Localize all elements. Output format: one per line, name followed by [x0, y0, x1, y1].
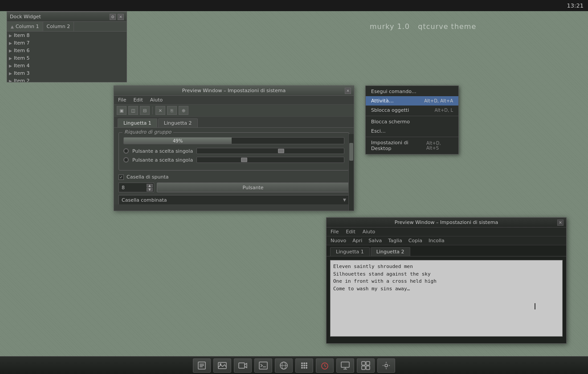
list-item[interactable]: ▶Item 5 [7, 54, 127, 62]
pw1-spinbox[interactable]: 8 ▲ ▼ [118, 183, 154, 192]
svg-point-20 [306, 367, 307, 369]
pw1-radio-2-label: Pulsante a scelta singola [132, 157, 193, 163]
pw1-group-box: Riquadro di gruppo 49% Pulsante a scelta… [118, 132, 349, 171]
ctx-exit[interactable]: Esci… [366, 126, 458, 136]
ctx-desktop-settings[interactable]: Impostazioni di Desktop Alt+D, Alt+S [366, 138, 458, 153]
pw1-content: Riquadro di gruppo 49% Pulsante a scelta… [114, 128, 354, 204]
pw2-menu-file[interactable]: File [329, 228, 340, 235]
svg-rect-7 [259, 362, 267, 369]
pw1-tab-2[interactable]: Linguetta 2 [158, 118, 198, 127]
context-menu: Esegui comando… Attività… Alt+D, Alt+A S… [365, 85, 459, 154]
svg-rect-6 [239, 363, 245, 368]
pw1-radio-1[interactable] [123, 148, 129, 154]
pw1-scrollbar[interactable] [348, 134, 354, 211]
svg-point-19 [303, 367, 305, 369]
svg-line-23 [325, 366, 326, 367]
apps-icon [299, 361, 309, 370]
taskbar-btn-3[interactable] [234, 358, 252, 373]
pw1-spinbox-btn-row: 8 ▲ ▼ Pulsante [118, 183, 349, 192]
taskbar-btn-10[interactable] [377, 358, 395, 373]
pw1-slider-handle-1 [278, 149, 284, 153]
pw2-tab-1[interactable]: Linguetta 1 [330, 247, 370, 256]
preview-window-1: Preview Window – Impostazioni di sistema… [114, 85, 354, 211]
pw1-toolbar: ▣ ◫ ⊟ ✕ ⎘ ⊕ [114, 105, 354, 117]
pw1-tool-4[interactable]: ✕ [155, 106, 165, 115]
taskbar-btn-7[interactable] [316, 358, 334, 373]
pw1-radio-row-2: Pulsante a scelta singola [123, 157, 344, 163]
dock-title: Dock Widget [10, 14, 41, 20]
svg-rect-28 [366, 362, 370, 365]
svg-rect-2 [200, 365, 204, 366]
pw1-scrollbar-thumb [349, 143, 353, 161]
dock-column2[interactable]: Column 2 [43, 22, 74, 31]
svg-point-17 [306, 365, 307, 366]
pw1-push-button[interactable]: Pulsante [157, 183, 349, 192]
pw1-tabs: Linguetta 1 Linguetta 2 [114, 117, 354, 128]
list-item[interactable]: ▶Item 2 [7, 77, 127, 82]
list-item[interactable]: ▶Item 7 [7, 39, 127, 47]
ctx-lock-screen[interactable]: Blocca schermo [366, 117, 458, 126]
pw1-tab-1[interactable]: Linguetta 1 [118, 118, 157, 127]
pw2-toolbar-apri[interactable]: Apri [351, 237, 363, 244]
pw2-menu-edit[interactable]: Edit [344, 228, 356, 235]
pw1-spinbox-arrows: ▲ ▼ [147, 184, 153, 191]
pw1-slider-1[interactable] [196, 148, 344, 154]
taskbar-btn-5[interactable] [275, 358, 293, 373]
pw2-toolbar-taglia[interactable]: Taglia [387, 237, 403, 244]
pw2-menubar: File Edit Aiuto [327, 228, 566, 236]
pw1-tool-2[interactable]: ◫ [128, 106, 138, 115]
top-bar: 13:21 [0, 0, 588, 11]
pw1-title: Preview Window – Impostazioni di sistema [182, 88, 286, 94]
list-item[interactable]: ▶Item 4 [7, 62, 127, 69]
ctx-activities[interactable]: Attività… Alt+D, Alt+A [366, 96, 458, 106]
list-item[interactable]: ▶Item 8 [7, 32, 127, 39]
pw2-text-content: Eleven saintly shrouded men Silhouettes … [331, 260, 562, 295]
pw2-text-area[interactable]: Eleven saintly shrouded men Silhouettes … [330, 260, 563, 337]
dock-close-btn[interactable]: ✕ [118, 14, 124, 20]
pw1-spinbox-up[interactable]: ▲ [147, 184, 153, 187]
pw1-radio-2[interactable] [123, 157, 129, 163]
pw1-tool-3[interactable]: ⊟ [140, 106, 150, 115]
taskbar-btn-2[interactable] [213, 358, 231, 373]
list-item[interactable]: ▶Item 3 [7, 69, 127, 77]
pw1-slider-2[interactable] [196, 157, 344, 163]
preview-window-2: Preview Window – Impostazioni di sistema… [326, 217, 567, 344]
pw2-toolbar-incolla[interactable]: Incolla [427, 237, 446, 244]
pw1-tool-1[interactable]: ▣ [117, 106, 127, 115]
pw1-combo1[interactable]: Casella combinata ▼ [118, 195, 349, 204]
pw1-progress-bar: 49% [123, 137, 344, 144]
pw2-toolbar-nuovo[interactable]: Nuovo [329, 237, 347, 244]
svg-rect-24 [341, 362, 349, 367]
pw2-menu-help[interactable]: Aiuto [361, 228, 377, 235]
pw1-tool-6[interactable]: ⊕ [179, 106, 188, 115]
pw1-menu-edit[interactable]: Edit [132, 97, 144, 103]
ctx-unlock[interactable]: Sblocca oggetti Alt+D, L [366, 106, 458, 115]
pw1-close-btn[interactable]: ✕ [345, 88, 351, 94]
pw1-checkbox[interactable]: ✓ [118, 175, 124, 180]
pw1-group-title: Riquadro di gruppo [122, 129, 173, 135]
pw2-tab-2[interactable]: Linguetta 2 [371, 247, 410, 256]
ctx-separator-2 [366, 137, 458, 137]
pw1-spinbox-down[interactable]: ▼ [147, 188, 153, 191]
dock-column1[interactable]: ▲ Column 1 [7, 22, 43, 31]
pw1-menu-file[interactable]: File [117, 97, 127, 103]
taskbar-btn-6[interactable] [295, 358, 313, 373]
svg-rect-30 [366, 366, 370, 370]
dock-settings-btn[interactable]: ⚙ [110, 14, 116, 20]
pw1-slider-handle-2 [241, 158, 247, 162]
pw1-tool-5[interactable]: ⎘ [167, 106, 177, 115]
browser-icon [279, 361, 289, 370]
pw2-close-btn[interactable]: ✕ [557, 220, 564, 226]
list-item[interactable]: ▶Item 6 [7, 47, 127, 54]
taskbar-btn-4[interactable] [254, 358, 272, 373]
taskbar-btn-9[interactable] [357, 358, 375, 373]
ctx-run-command[interactable]: Esegui comando… [366, 87, 458, 96]
pw1-spinbox-row: ✓ Casella di spunta [118, 174, 349, 180]
taskbar-btn-1[interactable] [193, 358, 211, 373]
pw2-toolbar-salva[interactable]: Salva [367, 237, 383, 244]
pw2-toolbar-copia[interactable]: Copia [407, 237, 424, 244]
pw2-text-line-3: One in front with a cross held high [333, 278, 559, 285]
pw2-text-line-1: Eleven saintly shrouded men [333, 263, 559, 271]
taskbar-btn-8[interactable] [336, 358, 354, 373]
pw1-menu-help[interactable]: Aiuto [149, 97, 164, 103]
